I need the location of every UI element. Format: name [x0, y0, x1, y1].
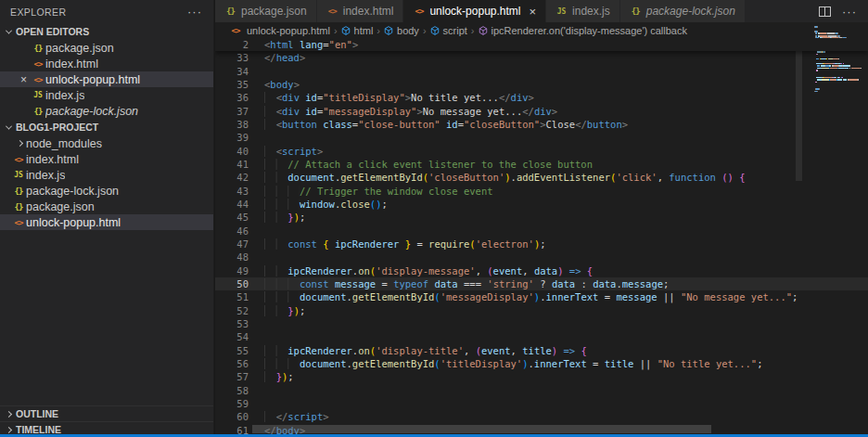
- code-line-33[interactable]: 33</head>: [215, 51, 868, 64]
- tree-item[interactable]: node_modules: [0, 135, 213, 151]
- code-line-58[interactable]: 58: [215, 384, 868, 397]
- tree-item[interactable]: <>unlock-popup.html: [0, 214, 213, 230]
- open-editor-item[interactable]: ×<>unlock-popup.html: [0, 71, 213, 87]
- close-icon[interactable]: ×: [17, 73, 31, 86]
- tree-item[interactable]: <>index.html: [0, 151, 213, 167]
- more-actions-icon[interactable]: ···: [187, 5, 202, 19]
- open-editor-item[interactable]: {}package-lock.json: [0, 103, 213, 119]
- open-editor-item[interactable]: JSindex.js: [0, 87, 213, 103]
- vertical-scrollbar[interactable]: [796, 42, 802, 181]
- breadcrumb-item[interactable]: <>unlock-popup.html: [228, 25, 330, 36]
- code-line-60[interactable]: 60 </script>: [215, 410, 868, 423]
- tree-item[interactable]: {}package-lock.json: [0, 183, 213, 199]
- breadcrumb-item[interactable]: body: [384, 25, 419, 36]
- open-editor-item[interactable]: <>index.html: [0, 56, 213, 71]
- code-line-43[interactable]: 43 // Trigger the window close event: [215, 185, 868, 198]
- tab-index.html[interactable]: <>index.html: [317, 0, 403, 22]
- line-number[interactable]: 50: [215, 277, 249, 290]
- code-line-44[interactable]: 44 window.close();: [215, 198, 868, 211]
- line-number[interactable]: 57: [215, 370, 249, 383]
- line-number[interactable]: 42: [215, 171, 249, 184]
- line-number[interactable]: 48: [215, 251, 249, 263]
- sticky-scroll-line[interactable]: 2<html lang="en">: [215, 38, 868, 51]
- line-number[interactable]: 43: [215, 185, 249, 198]
- code-line-46[interactable]: 46: [215, 225, 868, 238]
- code-text: <div id="titleDisplay">No title yet...</…: [264, 91, 534, 104]
- split-editor-icon[interactable]: [819, 6, 831, 17]
- breadcrumb-separator: ›: [334, 25, 338, 36]
- open-editor-label: index.html: [45, 58, 98, 71]
- line-number[interactable]: 60: [215, 410, 249, 423]
- line-number[interactable]: 58: [215, 384, 249, 397]
- outline-header[interactable]: OUTLINE: [0, 405, 213, 421]
- code-line-49[interactable]: 49 ipcRenderer.on('display-message', (ev…: [215, 264, 868, 277]
- line-number[interactable]: 53: [215, 317, 249, 330]
- line-number[interactable]: 49: [215, 264, 249, 277]
- code-text: // Attach a click event listener to the …: [264, 158, 593, 171]
- line-number[interactable]: 56: [215, 357, 249, 370]
- code-line-40[interactable]: 40 <script>: [215, 145, 868, 158]
- code-line-42[interactable]: 42 document.getElementById('closeButton'…: [215, 171, 868, 184]
- tab-package.json[interactable]: {}package.json: [215, 0, 316, 22]
- line-number[interactable]: 35: [215, 78, 249, 91]
- line-number[interactable]: 52: [215, 304, 249, 317]
- code-line-54[interactable]: 54: [215, 330, 868, 343]
- editor-more-actions-icon[interactable]: ···: [842, 5, 857, 19]
- line-number[interactable]: 39: [215, 131, 249, 144]
- tab-close-icon[interactable]: ×: [529, 5, 536, 19]
- code-line-51[interactable]: 51 document.getElementById('messageDispl…: [215, 290, 868, 303]
- code-line-38[interactable]: 38 <button class="close-button" id="clos…: [215, 118, 868, 131]
- code-line-57[interactable]: 57 });: [215, 370, 868, 383]
- code-line-35[interactable]: 35<body>: [215, 78, 868, 91]
- line-number[interactable]: 54: [215, 330, 249, 343]
- project-header[interactable]: BLOG1-PROJECT: [0, 119, 213, 135]
- code-line-59[interactable]: 59: [215, 397, 868, 410]
- line-number[interactable]: 59: [215, 397, 249, 410]
- open-editors-header[interactable]: OPEN EDITORS: [0, 23, 213, 40]
- code-line-47[interactable]: 47 const { ipcRenderer } = require('elec…: [215, 238, 868, 251]
- code-line-55[interactable]: 55 ipcRenderer.on('display-title', (even…: [215, 344, 868, 357]
- code-line-48[interactable]: 48: [215, 251, 868, 263]
- line-number[interactable]: 38: [215, 118, 249, 131]
- line-number[interactable]: 46: [215, 225, 249, 238]
- code-line-37[interactable]: 37 <div id="messageDisplay">No message y…: [215, 105, 868, 118]
- tab-unlock-popup.html[interactable]: <>unlock-popup.html×: [403, 0, 545, 22]
- line-number[interactable]: 36: [215, 91, 249, 104]
- line-number[interactable]: 55: [215, 344, 249, 357]
- breadcrumb-item[interactable]: script: [430, 25, 467, 36]
- code-line-50[interactable]: 50 const message = typeof data === 'stri…: [215, 277, 868, 290]
- code-line-34[interactable]: 34: [215, 65, 868, 78]
- line-number[interactable]: 34: [215, 65, 249, 78]
- code-line-39[interactable]: 39: [215, 131, 868, 144]
- line-number[interactable]: 47: [215, 238, 249, 251]
- code-line-56[interactable]: 56 document.getElementById('titleDisplay…: [215, 357, 868, 370]
- minimap[interactable]: [814, 26, 868, 433]
- breadcrumb-item[interactable]: ipcRenderer.on('display-message') callba…: [479, 25, 687, 36]
- line-number[interactable]: 37: [215, 105, 249, 118]
- line-number[interactable]: 33: [215, 51, 249, 64]
- code-line-53[interactable]: 53: [215, 317, 868, 330]
- code-text: const { ipcRenderer } = require('electro…: [264, 238, 546, 251]
- code-line-45[interactable]: 45 });: [215, 211, 868, 224]
- tree-item[interactable]: {}package.json: [0, 199, 213, 214]
- line-number[interactable]: 51: [215, 290, 249, 303]
- tree-item[interactable]: JSindex.js: [0, 167, 213, 183]
- minimap-line: [814, 72, 868, 74]
- code-line-41[interactable]: 41 // Attach a click event listener to t…: [215, 158, 868, 171]
- breadcrumb-item[interactable]: html: [341, 25, 374, 36]
- code-text: document.getElementById('messageDisplay'…: [264, 290, 798, 303]
- html-file-icon: <>: [413, 6, 425, 16]
- line-number[interactable]: 2: [215, 38, 249, 51]
- tab-package-lock.json[interactable]: {}package-lock.json: [620, 0, 745, 22]
- line-number[interactable]: 40: [215, 145, 249, 158]
- code-editor[interactable]: 2<html lang="en">33</head>3435<body>36 <…: [215, 38, 868, 437]
- tab-index.js[interactable]: JSindex.js: [546, 0, 619, 22]
- open-editor-item[interactable]: {}package.json: [0, 40, 213, 56]
- line-number[interactable]: 44: [215, 198, 249, 211]
- horizontal-scrollbar[interactable]: [252, 425, 711, 433]
- line-number[interactable]: 45: [215, 211, 249, 224]
- tab-actions: ···: [808, 0, 868, 22]
- code-line-52[interactable]: 52 });: [215, 304, 868, 317]
- code-line-36[interactable]: 36 <div id="titleDisplay">No title yet..…: [215, 91, 868, 104]
- line-number[interactable]: 41: [215, 158, 249, 171]
